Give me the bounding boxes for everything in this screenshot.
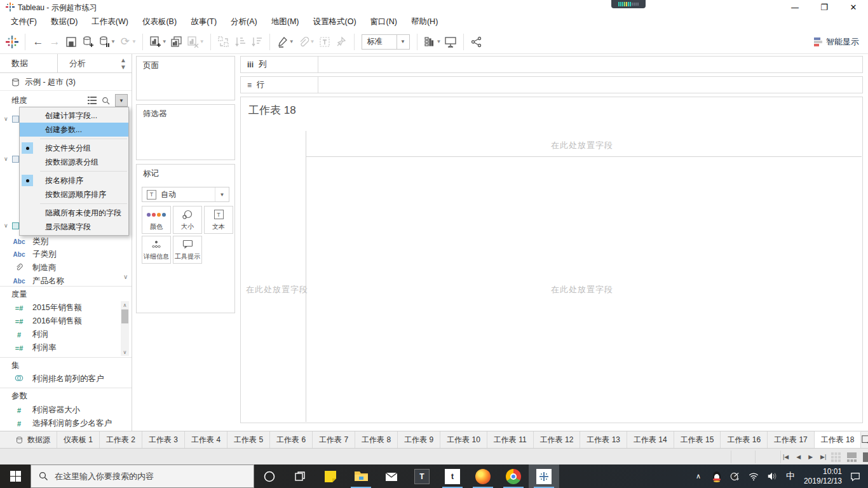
volume-tray-icon[interactable] <box>767 471 777 481</box>
parameter-field[interactable]: # 选择利润前多少名客户 <box>0 417 132 430</box>
mark-type-dropdown-icon[interactable]: ▼ <box>215 187 229 201</box>
measures-scrollbar[interactable]: ∧ ∨ <box>121 301 129 356</box>
tab-worksheet-11[interactable]: 工作表 11 <box>487 431 534 448</box>
mark-type-selector[interactable]: T 自动 ▼ <box>142 187 229 202</box>
parameter-field[interactable]: # 利润容器大小 <box>0 403 132 417</box>
dimensions-scroll-down-icon[interactable]: ∨ <box>123 273 128 280</box>
tab-worksheet-17[interactable]: 工作表 17 <box>768 431 815 448</box>
tab-data[interactable]: 数据 <box>0 54 57 72</box>
dimension-field[interactable]: Abc 子类别 <box>0 248 132 261</box>
dimension-field[interactable]: 制造商 <box>0 261 132 274</box>
menu-file[interactable]: 文件(F) <box>4 14 44 30</box>
next-sheet-icon[interactable]: ▶ <box>808 454 813 460</box>
menu-analysis[interactable]: 分析(A) <box>224 14 264 30</box>
fix-axes-icon[interactable] <box>333 33 349 51</box>
menu-item-group-by-table[interactable]: 按数据源表分组 <box>20 155 128 169</box>
columns-shelf[interactable]: iii 列 <box>240 56 863 73</box>
filters-shelf[interactable]: 筛选器 <box>136 104 235 160</box>
close-button[interactable]: ✕ <box>839 0 868 14</box>
taskbar-chrome-icon[interactable] <box>498 464 529 488</box>
menu-item-create-calculated-field[interactable]: 创建计算字段... <box>20 109 128 123</box>
menu-item-group-by-folder[interactable]: 按文件夹分组 <box>20 141 128 155</box>
scroll-down-icon[interactable]: ∨ <box>121 348 129 356</box>
tab-worksheet-2[interactable]: 工作表 2 <box>100 431 142 448</box>
rows-shelf[interactable]: ≡ 行 <box>240 76 863 93</box>
taskbar-tumblr-icon[interactable]: t <box>437 464 468 488</box>
dimension-group-collapse[interactable]: ∨ <box>0 219 19 232</box>
wifi-tray-icon[interactable] <box>749 472 759 481</box>
tab-worksheet-3[interactable]: 工作表 3 <box>142 431 185 448</box>
fit-dropdown-icon[interactable]: ▼ <box>397 35 409 49</box>
input-method-indicator[interactable]: 中 <box>785 471 796 482</box>
restore-button[interactable]: ❐ <box>810 0 839 14</box>
tooltip-button[interactable]: 工具提示 <box>173 236 202 264</box>
new-worksheet-tab-button[interactable] <box>861 431 868 448</box>
menu-item-show-hidden-fields[interactable]: 显示隐藏字段 <box>20 220 128 234</box>
tab-worksheet-10[interactable]: 工作表 10 <box>440 431 487 448</box>
menu-item-hide-unused-fields[interactable]: 隐藏所有未使用的字段 <box>20 206 128 220</box>
tab-worksheet-16[interactable]: 工作表 16 <box>721 431 768 448</box>
drop-field-hint-top[interactable]: 在此处放置字段 <box>551 140 613 151</box>
clear-sheet-dropdown-icon[interactable]: ▼ <box>200 39 205 44</box>
worksheet-canvas[interactable]: 工作表 18 在此处放置字段 在此处放置字段 在此处放置字段 <box>240 97 863 423</box>
new-worksheet-dropdown-icon[interactable]: ▼ <box>162 39 167 44</box>
tab-worksheet-12[interactable]: 工作表 12 <box>534 431 581 448</box>
menu-map[interactable]: 地图(M) <box>264 14 306 30</box>
tab-worksheet-5[interactable]: 工作表 5 <box>227 431 270 448</box>
taskbar-clock[interactable]: 10:01 2019/12/13 <box>804 467 842 486</box>
columns-drop-zone[interactable] <box>318 57 862 72</box>
tab-analytics[interactable]: 分析 <box>57 54 115 72</box>
menu-item-sort-by-name[interactable]: 按名称排序 <box>20 173 128 187</box>
set-field[interactable]: 利润排名前列的客户 <box>0 372 132 386</box>
taskbar-search-box[interactable]: 在这里输入你要搜索的内容 <box>31 464 254 488</box>
tab-datasource[interactable]: 数据源 <box>0 431 57 448</box>
tab-worksheet-8[interactable]: 工作表 8 <box>355 431 398 448</box>
taskbar-firefox-icon[interactable] <box>468 464 498 488</box>
view-as-list-icon[interactable] <box>88 97 97 104</box>
tab-worksheet-7[interactable]: 工作表 7 <box>313 431 355 448</box>
taskbar-task-view-icon[interactable] <box>285 464 315 488</box>
first-sheet-icon[interactable]: |◀ <box>783 454 789 460</box>
menu-worksheet[interactable]: 工作表(W) <box>85 14 135 30</box>
scroll-up-icon[interactable]: ∧ <box>121 301 129 309</box>
tab-worksheet-14[interactable]: 工作表 14 <box>627 431 674 448</box>
mark-labels-dropdown-icon[interactable]: ▼ <box>437 39 442 44</box>
redo-icon[interactable]: → <box>46 33 63 51</box>
dimension-group-collapse[interactable]: ∨ <box>0 112 19 125</box>
dimension-group-collapse[interactable]: ∨ <box>0 152 19 165</box>
tab-worksheet-15[interactable]: 工作表 15 <box>674 431 721 448</box>
presentation-mode-icon[interactable] <box>442 33 459 51</box>
tableau-home-icon[interactable] <box>4 33 20 51</box>
tab-dashboard-1[interactable]: 仪表板 1 <box>57 431 100 448</box>
new-datasource-icon[interactable] <box>79 33 96 51</box>
dish-tray-icon[interactable] <box>730 471 740 482</box>
taskbar-mail-icon[interactable] <box>376 464 407 488</box>
sort-ascending-icon[interactable] <box>232 33 248 51</box>
taskbar-sticky-notes-icon[interactable] <box>315 464 346 488</box>
share-icon[interactable] <box>468 33 485 51</box>
menu-item-sort-by-source-order[interactable]: 按数据源顺序排序 <box>20 187 128 201</box>
menu-window[interactable]: 窗口(N) <box>363 14 404 30</box>
qq-tray-icon[interactable] <box>712 471 722 482</box>
last-sheet-icon[interactable]: ▶| <box>820 454 826 460</box>
drop-field-hint-center[interactable]: 在此处放置字段 <box>551 284 613 295</box>
tab-worksheet-9[interactable]: 工作表 9 <box>398 431 440 448</box>
tab-worksheet-13[interactable]: 工作表 13 <box>580 431 627 448</box>
measure-field[interactable]: =# 2015年销售额 <box>0 301 132 315</box>
tab-worksheet-6[interactable]: 工作表 6 <box>270 431 313 448</box>
taskbar-cortana-icon[interactable] <box>254 464 285 488</box>
swap-axes-icon[interactable] <box>215 33 232 51</box>
duplicate-sheet-icon[interactable] <box>168 33 185 51</box>
show-tabs-view-icon[interactable] <box>831 452 841 462</box>
highlight-dropdown-icon[interactable]: ▼ <box>289 39 294 44</box>
menu-dashboard[interactable]: 仪表板(B) <box>135 14 184 30</box>
save-icon[interactable] <box>63 33 79 51</box>
filmstrip-view-icon[interactable] <box>847 452 857 462</box>
datasource-item[interactable]: 示例 - 超市 (3) <box>0 74 132 91</box>
rows-drop-zone[interactable] <box>318 77 862 93</box>
size-button[interactable]: 大小 <box>173 206 202 234</box>
drop-field-hint-left[interactable]: 在此处放置字段 <box>246 284 308 295</box>
pane-options-icon[interactable]: ▲▼ <box>115 54 132 72</box>
sheet-view-icon[interactable] <box>863 452 868 462</box>
minimize-button[interactable]: — <box>780 0 810 14</box>
